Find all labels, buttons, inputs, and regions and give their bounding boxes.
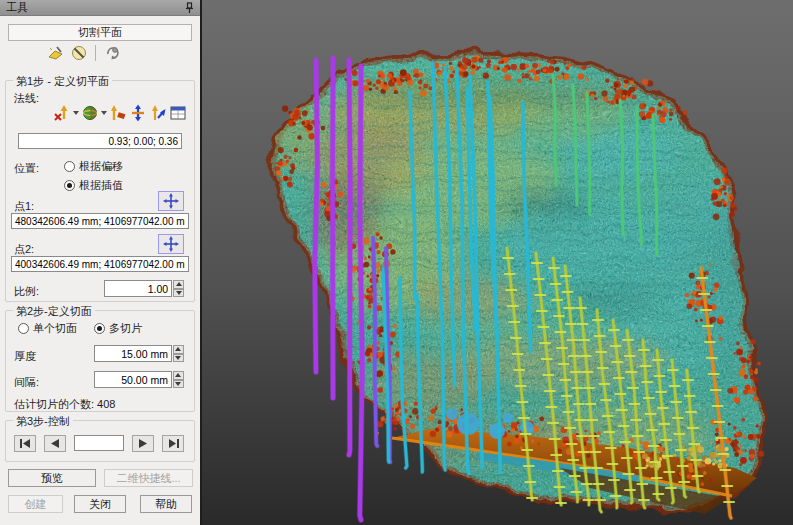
scale-input[interactable]: [104, 280, 172, 297]
step3-legend: 第3步-控制: [13, 414, 73, 429]
panel-title: 工具: [6, 0, 185, 15]
tool-header-label: 切割平面: [78, 25, 122, 40]
normal-icon-row: [52, 103, 188, 123]
application-window: 工具 切割平面: [0, 0, 793, 525]
step2-legend: 第2步-定义切面: [13, 304, 95, 319]
point1-label: 点1:: [14, 199, 34, 214]
normal-dropdown-2-icon[interactable]: [101, 111, 107, 115]
radio-multi-circle[interactable]: [94, 323, 105, 334]
interval-label: 间隔:: [14, 375, 39, 390]
plane-edit-icon[interactable]: [46, 44, 65, 62]
preview-button[interactable]: 预览: [8, 469, 96, 487]
radio-by-interp[interactable]: 根据插值: [64, 178, 123, 193]
next-icon: [139, 439, 147, 448]
pin-icon[interactable]: [185, 2, 194, 14]
shortcut-2d-button[interactable]: 二维快捷线...: [104, 469, 193, 487]
radio-single-section[interactable]: 单个切面: [18, 321, 77, 336]
radio-multi-slice[interactable]: 多切片: [94, 321, 142, 336]
point-cloud-scene: [202, 0, 793, 525]
interval-down-button[interactable]: [173, 380, 184, 389]
help-button[interactable]: 帮助: [140, 495, 192, 513]
scale-label: 比例:: [14, 284, 39, 299]
toolbar-separator: [95, 45, 96, 61]
normal-vertical-icon[interactable]: [128, 103, 148, 123]
thickness-up-button[interactable]: [173, 345, 184, 354]
create-button[interactable]: 创建: [8, 495, 63, 513]
thickness-label: 厚度: [14, 349, 36, 364]
pick-crosshair-icon: [163, 236, 179, 252]
normal-sphere-icon[interactable]: [80, 103, 100, 123]
normal-axis-icon[interactable]: [148, 103, 168, 123]
last-slice-button[interactable]: [162, 435, 184, 452]
point1-pick-button[interactable]: [158, 191, 184, 211]
scale-down-button[interactable]: [173, 289, 184, 298]
slice-index-input[interactable]: [74, 435, 124, 451]
interval-spinner: [94, 371, 184, 388]
first-icon: [20, 439, 31, 448]
position-label: 位置:: [14, 161, 39, 176]
thickness-spinner: [94, 345, 184, 362]
tool-header: 切割平面: [8, 24, 192, 41]
point2-label: 点2:: [14, 242, 34, 257]
normal-label: 法线:: [14, 91, 39, 106]
scale-spinner: [104, 280, 184, 297]
normal-vector-input[interactable]: [18, 133, 182, 149]
interval-input[interactable]: [94, 371, 172, 388]
normal-dropdown-1-icon[interactable]: [73, 111, 79, 115]
point2-pick-button[interactable]: [158, 234, 184, 254]
tool-panel: 工具 切割平面: [0, 0, 202, 525]
close-button[interactable]: 关闭: [74, 495, 126, 513]
thickness-down-button[interactable]: [173, 354, 184, 363]
top-toolbar: [46, 43, 122, 63]
step2-group: 第2步-定义切面 单个切面 多切片 厚度 间隔:: [5, 310, 195, 412]
pick-crosshair-icon: [163, 193, 179, 209]
normal-line-icon[interactable]: [108, 103, 128, 123]
radio-by-offset[interactable]: 根据偏移: [64, 159, 123, 174]
panel-titlebar[interactable]: 工具: [0, 0, 200, 16]
radio-by-interp-circle[interactable]: [64, 180, 75, 191]
step1-group: 第1步 - 定义切平面 法线:: [5, 80, 195, 302]
point1-input[interactable]: [11, 213, 189, 229]
radio-by-offset-circle[interactable]: [64, 161, 75, 172]
3d-viewport[interactable]: [202, 0, 793, 525]
point2-input[interactable]: [11, 256, 189, 272]
interval-up-button[interactable]: [173, 371, 184, 380]
normal-table-icon[interactable]: [168, 103, 188, 123]
prev-slice-button[interactable]: [44, 435, 66, 452]
plane-disable-icon[interactable]: [69, 44, 88, 62]
next-slice-button[interactable]: [132, 435, 154, 452]
thickness-input[interactable]: [94, 345, 172, 362]
slice-count-text: 估计切片的个数: 408: [14, 397, 115, 412]
hand-rotate-icon[interactable]: [103, 44, 122, 62]
scale-up-button[interactable]: [173, 280, 184, 289]
prev-icon: [51, 439, 59, 448]
last-icon: [168, 439, 179, 448]
normal-invert-icon[interactable]: [52, 103, 72, 123]
step3-group: 第3步-控制: [5, 420, 195, 462]
radio-single-circle[interactable]: [18, 323, 29, 334]
first-slice-button[interactable]: [14, 435, 36, 452]
step1-legend: 第1步 - 定义切平面: [13, 74, 112, 89]
